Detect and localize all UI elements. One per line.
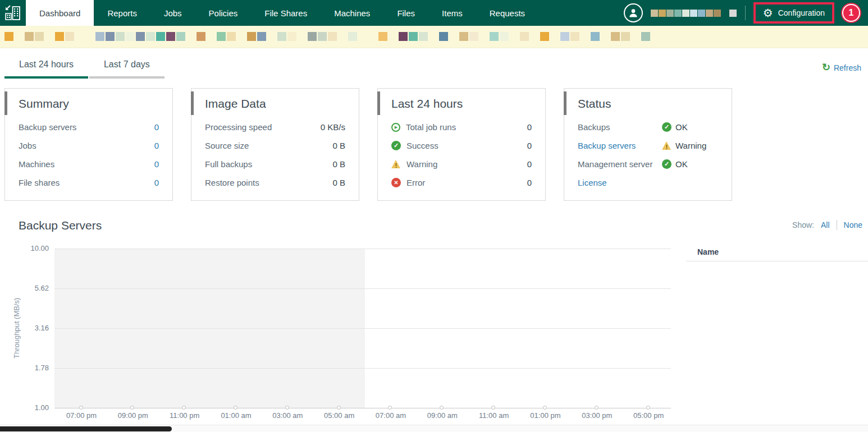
legend-name-header[interactable]: Name [697, 247, 719, 256]
row-label: Full backups [205, 159, 332, 169]
x-axis-tick-label: 05:00 pm [626, 411, 671, 420]
x-axis-tick-label: 03:00 pm [574, 411, 619, 420]
row-label: Backups [578, 122, 662, 132]
y-axis-tick-label: 3.16 [17, 324, 49, 332]
row-label: Source size [205, 141, 332, 150]
tab-last-24-hours[interactable]: Last 24 hours [4, 57, 88, 79]
ok-check-icon [662, 122, 671, 132]
gear-icon [763, 7, 773, 19]
status-row-management-server: Management server OK [578, 155, 718, 173]
row-label: Restore points [205, 178, 332, 187]
error-cross-icon [391, 178, 401, 187]
warning-triangle-icon [391, 159, 401, 169]
nav-tab-reports[interactable]: Reports [94, 0, 150, 26]
job-runs-row-total: Total job runs 0 [391, 118, 532, 136]
horizontal-scrollbar[interactable] [0, 425, 868, 432]
x-axis-tick-label: 09:00 am [420, 411, 465, 420]
show-divider [837, 220, 837, 230]
status-card: Status Backups OK Backup servers Warning… [564, 88, 732, 201]
ok-check-icon [662, 159, 671, 169]
chart-gridline [54, 288, 671, 289]
nav-divider [745, 6, 746, 20]
x-axis-tick-marker [543, 406, 547, 410]
nav-tab-policies[interactable]: Policies [195, 0, 252, 26]
machines-count-link[interactable]: 0 [154, 159, 159, 169]
x-axis-tick-marker [234, 406, 237, 410]
jobs-count-link[interactable]: 0 [154, 141, 159, 150]
configuration-label: Configuration [778, 8, 825, 17]
period-tabs: Last 24 hours Last 7 days [4, 57, 166, 79]
redacted-banner [0, 26, 868, 48]
throughput-chart: 10.005.623.161.781.0007:00 pm09:00 pm11:… [54, 249, 671, 408]
legend-divider [686, 261, 868, 261]
app-logo-icon [4, 4, 22, 22]
scrollbar-thumb[interactable] [0, 426, 172, 431]
summary-card-title: Summary [5, 89, 172, 111]
show-all-link[interactable]: All [821, 220, 830, 229]
tab-last-7-days[interactable]: Last 7 days [89, 57, 165, 79]
configuration-button[interactable]: Configuration [753, 2, 834, 24]
image-data-card-title: Image Data [191, 89, 359, 111]
y-axis-tick-label: 5.62 [17, 284, 49, 292]
chart-gridline [54, 408, 671, 408]
summary-row-jobs: Jobs 0 [19, 136, 159, 155]
user-avatar[interactable] [624, 3, 643, 22]
row-label: Backup servers [19, 122, 154, 132]
row-label: Total job runs [406, 122, 527, 132]
y-axis-tick-label: 1.78 [17, 364, 49, 372]
status-text: OK [675, 159, 688, 169]
nav-tab-files[interactable]: Files [383, 0, 428, 26]
row-value: 0 [527, 178, 532, 187]
status-row-license: License [578, 173, 718, 192]
license-link[interactable]: License [578, 178, 662, 187]
show-none-link[interactable]: None [844, 220, 862, 229]
nav-tab-jobs[interactable]: Jobs [150, 0, 195, 26]
nav-tab-file-shares[interactable]: File Shares [251, 0, 321, 26]
row-value: 0 KB/s [321, 122, 345, 132]
backup-servers-count-link[interactable]: 0 [154, 122, 159, 132]
refresh-button[interactable]: Refresh [822, 62, 861, 73]
chart-gridline [54, 249, 671, 249]
image-data-row-source-size: Source size 0 B [205, 136, 345, 155]
row-label: Machines [19, 159, 154, 169]
app-logo[interactable] [0, 0, 26, 26]
status-row-backup-servers: Backup servers Warning [578, 136, 718, 155]
row-value: 0 B [332, 159, 345, 169]
nav-tab-dashboard[interactable]: Dashboard [26, 0, 94, 26]
row-label: Processing speed [205, 122, 321, 132]
person-icon [628, 7, 639, 19]
nav-tab-machines[interactable]: Machines [321, 0, 383, 26]
row-value: 0 [527, 141, 532, 150]
row-value: 0 [527, 122, 532, 132]
image-data-row-full-backups: Full backups 0 B [205, 155, 345, 173]
x-axis-tick-label: 11:00 pm [162, 411, 207, 420]
x-axis-tick-marker [285, 406, 289, 410]
backup-servers-status-link[interactable]: Backup servers [578, 141, 662, 150]
x-axis-tick-marker [646, 406, 650, 410]
status-card-title: Status [564, 89, 732, 111]
summary-cards-row: Summary Backup servers 0 Jobs 0 Machines… [4, 88, 732, 201]
x-axis-tick-marker [130, 406, 134, 410]
status-text: OK [675, 122, 688, 132]
x-axis-tick-marker [440, 406, 444, 410]
notification-badge[interactable]: 1 [842, 4, 860, 22]
row-value: 0 B [332, 141, 345, 150]
row-label: Error [406, 178, 527, 187]
nav-tab-items[interactable]: Items [428, 0, 476, 26]
last-24-hours-card-title: Last 24 hours [378, 89, 545, 111]
x-axis-tick-label: 07:00 am [368, 411, 413, 420]
y-axis-tick-label: 1.00 [17, 403, 49, 412]
x-axis-tick-marker [337, 406, 341, 410]
x-axis-tick-marker [182, 406, 186, 410]
warning-triangle-icon [662, 141, 671, 150]
row-value: 0 [527, 159, 532, 169]
file-shares-count-link[interactable]: 0 [154, 178, 159, 187]
x-axis-tick-marker [491, 406, 495, 410]
image-data-row-processing-speed: Processing speed 0 KB/s [205, 118, 345, 136]
status-text: Warning [675, 141, 706, 150]
nav-tab-requests[interactable]: Requests [476, 0, 538, 26]
summary-row-backup-servers: Backup servers 0 [19, 118, 159, 136]
x-axis-tick-marker [388, 406, 392, 410]
x-axis-tick-label: 01:00 am [213, 411, 258, 420]
row-label: Management server [578, 159, 662, 169]
